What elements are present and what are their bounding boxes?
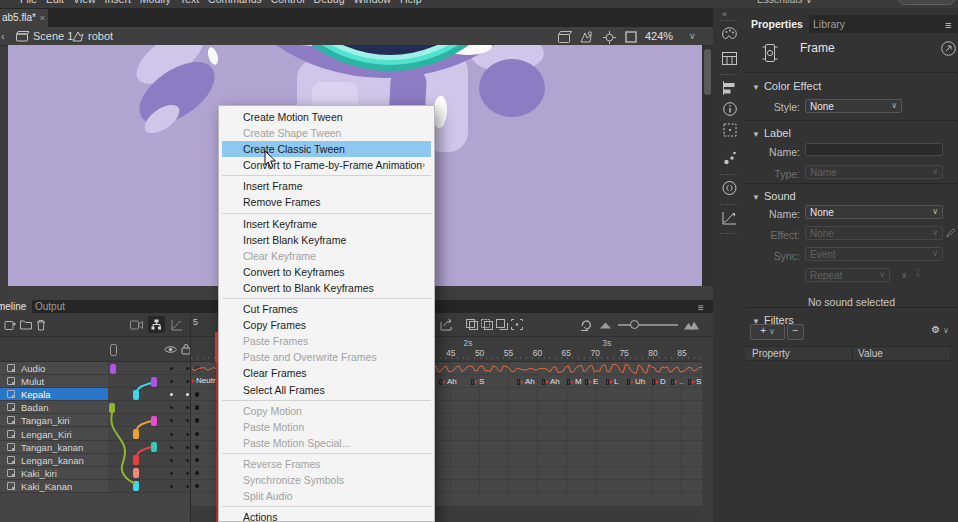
menu-item-cut-frames[interactable]: Cut Frames: [219, 301, 434, 317]
frame-zoom-slider[interactable]: [618, 324, 678, 326]
zoom-in-frames-icon[interactable]: [684, 321, 699, 330]
graph-editor-icon[interactable]: [171, 319, 183, 331]
frame-label[interactable]: S: [688, 377, 701, 389]
zoom-chevron-icon[interactable]: ∨: [689, 31, 696, 41]
frame-label[interactable]: Ah: [439, 377, 457, 389]
menu-item-create-motion-tween[interactable]: Create Motion Tween: [219, 109, 434, 125]
menu-insert[interactable]: Insert: [105, 0, 131, 5]
frame-label[interactable]: ..: [671, 377, 683, 389]
breadcrumb-symbol[interactable]: robot: [88, 30, 113, 42]
stage-vertical-scrollbar-thumb[interactable]: [704, 49, 711, 95]
keyframe-dot[interactable]: [195, 484, 200, 489]
section-color-effect[interactable]: ▼Color Effect: [752, 80, 821, 92]
menu-debug[interactable]: Debug: [314, 0, 345, 5]
menu-item-convert-to-keyframes[interactable]: Convert to Keyframes: [219, 264, 434, 280]
tab-properties[interactable]: Properties: [745, 15, 809, 33]
keyframe-dot[interactable]: [195, 418, 200, 423]
zoom-level[interactable]: 424%: [645, 30, 673, 42]
section-sound[interactable]: ▼Sound: [752, 190, 796, 202]
loop-icon[interactable]: [580, 318, 593, 331]
menu-items[interactable]: FileEditViewInsertModifyTextCommandsCont…: [20, 0, 422, 5]
filter-options-button[interactable]: ⚙ ∨: [925, 324, 955, 340]
swatches-panel-icon[interactable]: [722, 52, 737, 65]
document-tab[interactable]: ab5.fla* ×: [0, 9, 48, 27]
menu-help[interactable]: Help: [400, 0, 422, 5]
back-arrow-icon[interactable]: ‹: [1, 30, 5, 42]
center-stage-icon[interactable]: [603, 31, 616, 44]
search-input[interactable]: [898, 0, 955, 5]
menu-item-remove-frames[interactable]: Remove Frames: [219, 194, 434, 210]
remove-filter-button[interactable]: −: [787, 324, 804, 340]
menu-commands[interactable]: Commands: [208, 0, 262, 5]
collapse-panel-left-icon[interactable]: «: [722, 9, 725, 19]
onion-skin-icon[interactable]: [466, 319, 478, 330]
frame-label[interactable]: M: [567, 377, 582, 389]
frame-zoom-slider-knob[interactable]: [630, 320, 639, 329]
frame-label[interactable]: E: [585, 377, 598, 389]
transform-panel-icon[interactable]: [723, 123, 737, 137]
menu-text[interactable]: Text: [180, 0, 199, 5]
close-icon[interactable]: ×: [40, 9, 45, 27]
keyframe-dot[interactable]: [195, 471, 200, 476]
delete-layer-icon[interactable]: [36, 319, 46, 331]
color-panel-icon[interactable]: [722, 27, 737, 41]
frame-label[interactable]: Ah: [517, 377, 535, 389]
menu-item-insert-keyframe[interactable]: Insert Keyframe: [219, 216, 434, 232]
edit-multiple-frames-icon[interactable]: [496, 319, 508, 330]
cc-libraries-icon[interactable]: [722, 181, 737, 195]
menu-item-insert-blank-keyframe[interactable]: Insert Blank Keyframe: [219, 232, 434, 248]
menu-item-select-all-frames[interactable]: Select All Frames: [219, 382, 434, 398]
export-frames-icon[interactable]: [440, 318, 453, 331]
modify-markers-icon[interactable]: [511, 319, 523, 330]
info-panel-icon[interactable]: [723, 102, 737, 116]
zoom-out-frames-icon[interactable]: [600, 322, 611, 329]
keyframe-dot[interactable]: [195, 445, 200, 450]
menu-item-convert-to-blank-keyframes[interactable]: Convert to Blank Keyframes: [219, 280, 434, 296]
motion-editor-icon[interactable]: [722, 211, 737, 225]
menu-item-insert-frame[interactable]: Insert Frame: [219, 178, 434, 194]
sound-name-dropdown[interactable]: None∨: [805, 205, 943, 219]
tab-library[interactable]: Library: [807, 15, 851, 33]
panel-menu-icon[interactable]: ≡: [945, 19, 951, 31]
keyframe-dot[interactable]: [195, 458, 200, 463]
menu-item-copy-frames[interactable]: Copy Frames: [219, 317, 434, 333]
edit-scene-icon[interactable]: [558, 31, 572, 43]
menu-edit[interactable]: Edit: [46, 0, 64, 5]
align-panel-icon[interactable]: [722, 81, 736, 95]
menu-modify[interactable]: Modify: [140, 0, 171, 5]
timeline-vscroll[interactable]: [702, 337, 713, 522]
keyframe-dot[interactable]: [195, 432, 200, 437]
style-dropdown[interactable]: None∨: [805, 99, 902, 113]
section-label[interactable]: ▼Label: [752, 127, 791, 139]
edit-symbols-icon[interactable]: [580, 31, 593, 43]
frame-label[interactable]: Uh: [627, 377, 645, 389]
workspace-switcher[interactable]: Essentials ∨: [757, 0, 813, 5]
frame-label-first[interactable]: Neutr: [192, 376, 216, 388]
new-folder-icon[interactable]: [20, 320, 32, 330]
keyframe-dot[interactable]: [195, 405, 200, 410]
menu-item-convert-to-frame-by-frame-animation[interactable]: Convert to Frame-by-Frame Animation›: [219, 157, 434, 173]
menu-file[interactable]: File: [20, 0, 37, 5]
label-name-input[interactable]: [805, 143, 943, 156]
clip-content-icon[interactable]: [625, 31, 637, 43]
keyframe-dot[interactable]: [195, 392, 200, 397]
menu-view[interactable]: View: [73, 0, 96, 5]
breadcrumb-scene[interactable]: Scene 1: [33, 30, 73, 42]
new-layer-icon[interactable]: [4, 319, 16, 331]
menu-item-clear-frames[interactable]: Clear Frames: [219, 365, 434, 381]
frame-label[interactable]: L: [606, 377, 618, 389]
menu-control[interactable]: Control: [271, 0, 305, 5]
timeline-panel-menu-icon[interactable]: ≡: [698, 302, 704, 313]
frame-label[interactable]: Ah: [542, 377, 560, 389]
help-arrow-icon[interactable]: [941, 41, 956, 56]
onion-skin-outline-icon[interactable]: [481, 319, 493, 330]
tab-timeline[interactable]: Timeline: [0, 300, 32, 313]
frame-label[interactable]: D: [652, 377, 666, 389]
menu-window[interactable]: Window: [354, 0, 391, 5]
tab-output[interactable]: Output: [30, 300, 70, 313]
frame-label[interactable]: S: [471, 377, 484, 389]
brush-library-icon[interactable]: [723, 150, 737, 166]
camera-icon[interactable]: [130, 320, 143, 330]
add-filter-button[interactable]: + ∨: [750, 324, 785, 340]
menu-item-create-classic-tween[interactable]: Create Classic Tween: [222, 141, 431, 157]
